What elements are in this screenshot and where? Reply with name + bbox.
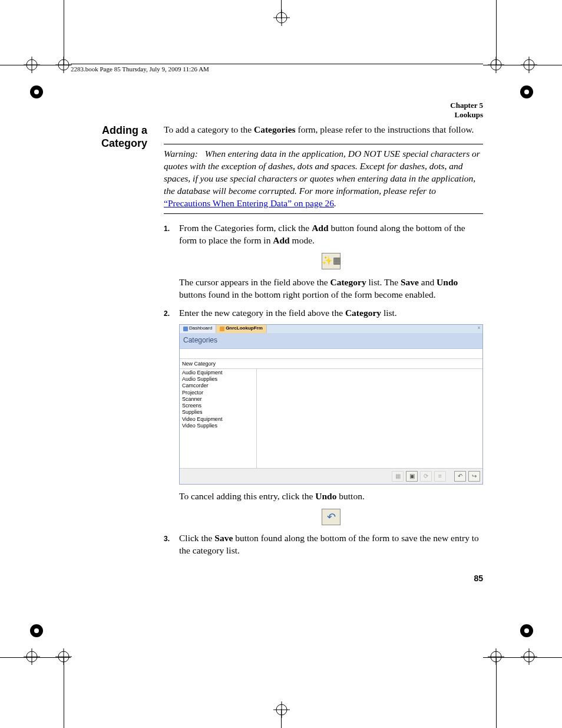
toolbar-save-button[interactable]: ▣ (406, 471, 418, 482)
precautions-link[interactable]: “Precautions When Entering Data” on page… (164, 198, 334, 208)
registration-mark-icon (273, 701, 290, 718)
form-toolbar: ▦ ▣ ⟳ ≡ ↶ ↪ (180, 468, 482, 484)
list-item[interactable]: Video Supplies (180, 423, 256, 429)
list-item[interactable]: Audio Equipment (180, 370, 256, 376)
categories-form-screenshot: Dashboard GnrcLookupFrm x Categories New… (179, 324, 483, 485)
list-item[interactable]: Video Equipment (180, 416, 256, 423)
list-item[interactable]: Projector (180, 390, 256, 396)
tab-icon (220, 327, 224, 331)
registration-donut-icon (29, 85, 44, 99)
add-button-icon: ✨▦ (322, 253, 340, 269)
section-body: To add a category to the Categories form… (164, 124, 483, 563)
registration-mark-icon (273, 9, 290, 26)
list-item[interactable]: Supplies (180, 409, 256, 416)
toolbar-undo-button[interactable]: ↶ (454, 471, 466, 482)
registration-mark-icon (521, 648, 537, 665)
chapter-title: Lookups (455, 110, 483, 119)
step-1: From the Categories form, click the Add … (164, 222, 483, 301)
warning-block: Warning: When entering data in the appli… (164, 144, 483, 214)
tab-label: GnrcLookupFrm (226, 325, 263, 332)
category-list[interactable]: Audio Equipment Audio Supplies Camcorder… (180, 369, 257, 468)
registration-mark-icon (488, 648, 504, 665)
svg-point-33 (524, 90, 529, 94)
tab-label: Dashboard (189, 325, 212, 332)
registration-mark-icon (488, 57, 504, 73)
page-content: 2283.book Page 85 Thursday, July 9, 2009… (71, 64, 483, 563)
chapter-label: Chapter 5 Lookups (71, 101, 483, 120)
intro-paragraph: To add a category to the Categories form… (164, 124, 483, 136)
registration-mark-icon (55, 57, 72, 73)
section-heading: Adding a Category (71, 124, 147, 563)
registration-donut-icon (29, 624, 44, 638)
warning-label: Warning: (164, 149, 198, 159)
warning-text: When entering data in the application, D… (164, 149, 480, 196)
step-3: Click the Save button found along the bo… (164, 532, 483, 557)
registration-donut-icon (520, 624, 534, 638)
toolbar-exit-button[interactable]: ↪ (468, 471, 480, 482)
toolbar-list-button[interactable]: ≡ (434, 471, 446, 482)
form-tabbar: Dashboard GnrcLookupFrm x (180, 325, 482, 333)
list-item[interactable]: Audio Supplies (180, 376, 256, 383)
tab-gnrclookupfrm[interactable]: GnrcLookupFrm (216, 325, 267, 333)
registration-mark-icon (24, 648, 40, 665)
category-input[interactable]: New Category (180, 359, 482, 369)
registration-donut-icon (520, 85, 534, 99)
svg-point-37 (524, 628, 529, 633)
registration-mark-icon (55, 648, 72, 665)
running-head: 2283.book Page 85 Thursday, July 9, 2009… (71, 64, 483, 73)
tab-icon (183, 327, 188, 331)
list-item[interactable]: Screens (180, 403, 256, 409)
chapter-number: Chapter 5 (450, 101, 483, 110)
list-item[interactable]: Scanner (180, 396, 256, 403)
registration-mark-icon (521, 57, 537, 73)
registration-mark-icon (24, 57, 40, 73)
toolbar-add-button[interactable]: ▦ (392, 471, 404, 482)
undo-button-icon: ↶ (322, 509, 340, 525)
page-number: 85 (474, 573, 483, 584)
tab-dashboard[interactable]: Dashboard (180, 325, 216, 333)
step-2: Enter the new category in the field abov… (164, 307, 483, 525)
svg-point-35 (34, 628, 39, 633)
list-item[interactable]: Camcorder (180, 383, 256, 389)
tab-close-icon[interactable]: x (475, 325, 482, 333)
svg-point-31 (34, 90, 39, 94)
toolbar-refresh-button[interactable]: ⟳ (420, 471, 432, 482)
form-title: Categories (180, 333, 482, 349)
steps-list: From the Categories form, click the Add … (164, 222, 483, 557)
